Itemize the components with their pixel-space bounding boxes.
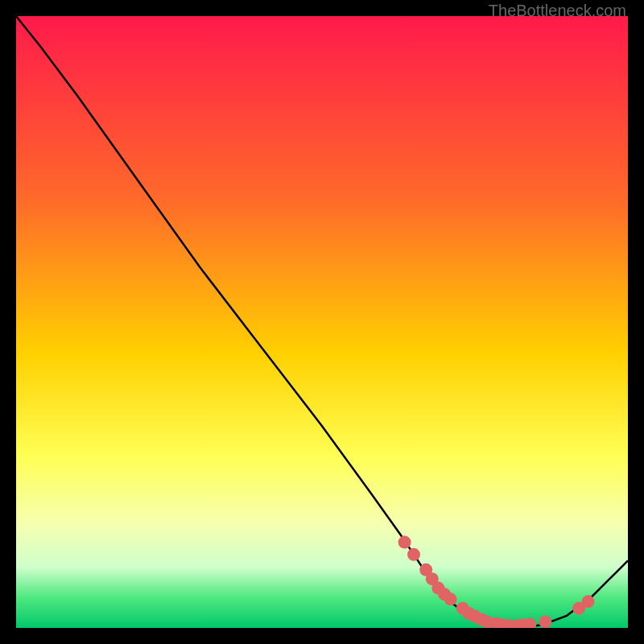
- data-marker: [582, 595, 595, 608]
- plot-background: [16, 16, 628, 628]
- chart-container: [16, 16, 628, 628]
- data-marker: [398, 536, 411, 549]
- watermark-text: TheBottleneck.com: [489, 2, 626, 20]
- chart-svg: [16, 16, 628, 628]
- data-marker: [444, 592, 457, 605]
- data-marker: [407, 548, 420, 561]
- data-marker: [539, 615, 551, 628]
